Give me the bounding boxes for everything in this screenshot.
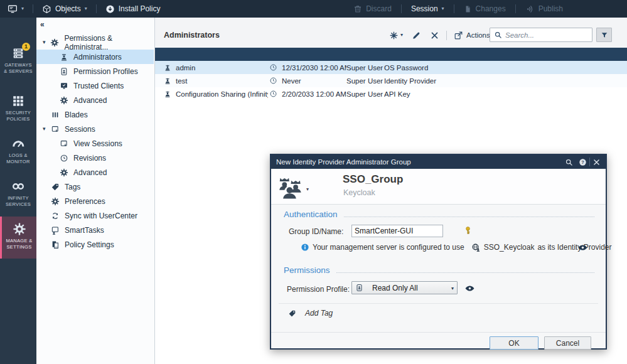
search-box xyxy=(490,28,592,42)
tree-item-label: SmartTasks xyxy=(65,226,104,235)
dialog-search-icon[interactable] xyxy=(565,158,573,166)
clock-icon xyxy=(60,154,68,163)
tree-item-label: View Sessions xyxy=(73,139,122,148)
gauge-icon xyxy=(11,137,25,151)
permissions-section-heading: Permissions xyxy=(284,265,596,275)
sidebar-item-label: INFINITYSERVICES xyxy=(0,195,36,208)
collapse-panel-button[interactable]: « xyxy=(40,20,43,29)
tree-item-view-sessions[interactable]: ▾ View Sessions xyxy=(36,136,154,151)
discard-label: Discard xyxy=(366,4,392,13)
tasks-icon xyxy=(51,226,60,235)
publish-button[interactable]: Publish xyxy=(525,4,563,14)
sidebar-item-icon-wrap xyxy=(11,94,25,108)
search-icon xyxy=(494,31,502,39)
visibility-eye-icon[interactable] xyxy=(464,283,475,294)
delete-button[interactable] xyxy=(430,31,439,40)
tree-item-permission-profiles[interactable]: ▾ Permission Profiles xyxy=(36,64,154,78)
permission-profile-dropdown[interactable]: Read Only All ▾ xyxy=(351,281,458,294)
session-menu-button[interactable]: Session ▾ xyxy=(411,4,444,13)
group-id-label: Group ID/Name: xyxy=(289,227,343,236)
tree-item-advanced-1[interactable]: ▾ Advanced xyxy=(36,93,154,107)
tree-item-tags[interactable]: ▾ Tags xyxy=(36,179,154,194)
expiration-cell: 2/20/2033 12:00 AM xyxy=(282,90,346,98)
sidebar-item-infinity-services[interactable]: INFINITYSERVICES xyxy=(0,178,36,216)
add-tag-button[interactable]: Add Tag xyxy=(288,309,333,318)
ok-button[interactable]: OK xyxy=(490,336,539,350)
identity-provider-icon xyxy=(471,243,481,252)
tree-item-preferences[interactable]: ▾ Preferences xyxy=(36,194,154,208)
tree-item-policy-settings[interactable]: ▾ Policy Settings xyxy=(36,237,154,252)
caret-down-icon: ▾ xyxy=(43,126,51,132)
idp-name: SSO_Keycloak xyxy=(484,243,535,252)
tree-item-sessions[interactable]: ▾ Sessions xyxy=(36,122,154,136)
publish-label: Publish xyxy=(539,4,563,13)
delete-x-icon xyxy=(430,31,439,40)
auth-method-cell: Identity Provider xyxy=(384,77,469,85)
expiration-cell: Never xyxy=(282,77,301,85)
install-policy-label: Install Policy xyxy=(119,4,161,13)
idp-info-prefix: Your management server is configured to … xyxy=(313,243,464,252)
table-row[interactable]: test Never Super User Identity Provider xyxy=(155,74,627,87)
tree-item-label: Sessions xyxy=(65,125,95,134)
cancel-button[interactable]: Cancel xyxy=(544,336,591,350)
session-label: Session xyxy=(411,4,438,13)
divider xyxy=(401,4,402,13)
objects-menu-button[interactable]: Objects ▾ xyxy=(42,4,87,14)
help-icon[interactable] xyxy=(579,158,587,166)
changes-button[interactable]: Changes xyxy=(464,4,506,13)
tree-item-label: Tags xyxy=(65,183,80,191)
admin-group-icon[interactable] xyxy=(277,173,304,200)
actions-label: Actions xyxy=(466,31,490,39)
admin-person-icon xyxy=(164,77,171,85)
sidebar-item-manage-settings[interactable]: MANAGE &SETTINGS xyxy=(0,217,36,259)
install-policy-button[interactable]: Install Policy xyxy=(105,4,161,14)
table-row[interactable]: Configuration Sharing (Infinity) 2/20/20… xyxy=(155,87,627,100)
clock-icon xyxy=(269,63,277,72)
table-row[interactable]: admin 12/31/2030 12:00 AM Super User OS … xyxy=(155,61,627,74)
settings-tree-panel: « ▾ Permissions & Administrat... ▾ Admin… xyxy=(36,18,155,364)
tree-item-blades[interactable]: ▾ Blades xyxy=(36,107,154,122)
left-nav-rail: 1 GATEWAYS& SERVERS SECURITYPOLICIES LOG… xyxy=(0,18,36,364)
clock-icon xyxy=(269,77,277,85)
tree-item-administrators[interactable]: ▾ Administrators xyxy=(36,50,154,64)
discard-button[interactable]: Discard xyxy=(353,4,392,13)
tree-item-permissions-administrators[interactable]: ▾ Permissions & Administrat... xyxy=(36,35,154,50)
group-id-input[interactable] xyxy=(351,225,443,237)
dotted-leader xyxy=(344,217,594,217)
close-icon[interactable] xyxy=(592,158,601,166)
sidebar-item-label: GATEWAYS& SERVERS xyxy=(0,62,36,75)
sync-icon xyxy=(51,211,60,220)
main-menu-button[interactable]: ▾ xyxy=(8,4,24,14)
caret-down-icon: ▾ xyxy=(451,286,454,291)
expiration-cell: 12/31/2030 12:00 AM xyxy=(282,64,346,72)
sidebar-item-gateways-servers[interactable]: 1 GATEWAYS& SERVERS xyxy=(0,45,36,87)
toolbar: ▾ Actions ▾ xyxy=(389,28,495,43)
tree-item-revisions[interactable]: ▾ Revisions xyxy=(36,151,154,165)
sidebar-item-label: LOGS &MONITOR xyxy=(0,153,36,165)
tree-item-smarttasks[interactable]: ▾ SmartTasks xyxy=(36,223,154,237)
tree-item-label: Trusted Clients xyxy=(73,82,124,90)
trash-icon xyxy=(353,4,362,13)
notification-badge: 1 xyxy=(22,43,30,51)
caret-down-icon[interactable]: ▾ xyxy=(306,186,309,192)
search-input[interactable] xyxy=(505,31,588,39)
install-policy-icon xyxy=(105,4,115,14)
divider xyxy=(446,31,447,40)
dialog-title-bar: New Identity Provider Administrator Grou… xyxy=(271,155,606,169)
sidebar-item-icon-wrap xyxy=(13,222,26,236)
admin-person-icon xyxy=(164,64,171,72)
actions-menu-button[interactable]: Actions ▾ xyxy=(454,31,495,40)
visibility-eye-icon[interactable] xyxy=(577,242,588,253)
filter-button[interactable] xyxy=(596,28,612,42)
new-object-button[interactable]: ▾ xyxy=(389,31,403,40)
sidebar-item-logs-monitor[interactable]: LOGS &MONITOR xyxy=(0,136,36,173)
tree-item-trusted-clients[interactable]: ▾ Trusted Clients xyxy=(36,78,154,93)
edit-button[interactable] xyxy=(412,31,421,40)
new-identity-provider-group-dialog: New Identity Provider Administrator Grou… xyxy=(270,154,607,350)
admin-name-cell: admin xyxy=(176,64,195,72)
sidebar-item-security-policies[interactable]: SECURITYPOLICIES xyxy=(0,93,36,131)
tree-item-sync-usercenter[interactable]: ▾ Sync with UserCenter xyxy=(36,208,154,223)
tree-item-advanced-2[interactable]: ▾ Advanced xyxy=(36,165,154,179)
console-window-icon xyxy=(8,4,18,14)
key-icon xyxy=(463,226,473,235)
